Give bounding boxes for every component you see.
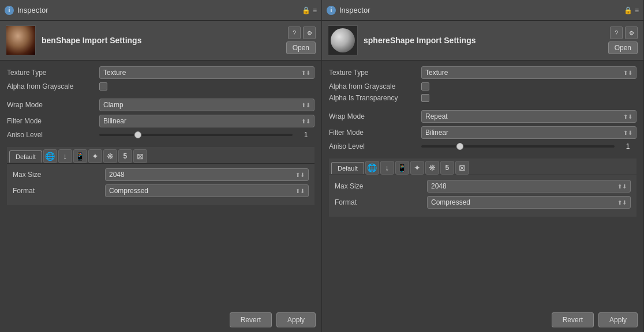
header-action-icons-2: ? ⚙ (610, 27, 638, 39)
alpha-grayscale-label-1: Alpha from Grayscale (7, 82, 99, 90)
texture-type-select-1[interactable]: Texture ⬆⬇ (99, 66, 314, 79)
menu-icon-1[interactable]: ≡ (313, 6, 317, 14)
filter-mode-select-1[interactable]: Bilinear ⬆⬇ (99, 115, 314, 127)
platform-content-1: Max Size 2048 ⬆⬇ Format Compressed ⬆⬇ (7, 164, 314, 205)
tab-default-2[interactable]: Default (331, 162, 364, 174)
tab-shield-2[interactable]: ⊠ (455, 161, 469, 175)
tab-globe-2[interactable]: 🌐 (365, 161, 379, 175)
max-size-row-1: Max Size 2048 ⬆⬇ (13, 168, 309, 181)
alpha-grayscale-row-2: Alpha from Grayscale (329, 82, 636, 90)
filter-mode-select-2[interactable]: Bilinear ⬆⬇ (421, 126, 636, 139)
filter-mode-row-2: Filter Mode Bilinear ⬆⬇ (329, 126, 636, 139)
filter-mode-label-1: Filter Mode (7, 117, 99, 125)
gear-icon-btn-1[interactable]: ⚙ (303, 27, 316, 39)
gear-icon-btn-2[interactable]: ⚙ (625, 27, 638, 39)
slider-track-2[interactable] (421, 145, 615, 148)
alpha-transparency-label-2: Alpha Is Transparency (329, 94, 421, 102)
thumb-sphere-image (331, 28, 355, 52)
question-icon-btn-1[interactable]: ? (288, 27, 301, 39)
tab-download-2[interactable]: ↓ (380, 161, 394, 175)
aniso-level-row-2: Aniso Level 1 (329, 142, 636, 150)
header-buttons-2: ? ⚙ Open (608, 27, 638, 54)
question-icon-btn-2[interactable]: ? (610, 27, 623, 39)
alpha-grayscale-label-2: Alpha from Grayscale (329, 82, 421, 90)
wrap-mode-select-1[interactable]: Clamp ⬆⬇ (99, 99, 314, 111)
slider-thumb-2[interactable] (456, 143, 463, 150)
tab-android-1[interactable]: ✦ (88, 149, 102, 163)
format-label-2: Format (335, 198, 427, 206)
apply-button-1[interactable]: Apply (276, 312, 316, 327)
filter-mode-label-2: Filter Mode (329, 129, 421, 137)
lock-icon-2[interactable]: 🔒 (624, 6, 632, 14)
aniso-value-2: 1 (619, 142, 636, 150)
info-icon-1: i (5, 6, 14, 15)
format-select-2[interactable]: Compressed ⬆⬇ (427, 196, 631, 209)
aniso-slider-2[interactable]: 1 (421, 142, 636, 150)
slider-track-1[interactable] (99, 134, 293, 136)
max-size-select-1[interactable]: 2048 ⬆⬇ (105, 168, 309, 181)
panel-2-header: sphereShape Import Settings ? ⚙ Open (322, 21, 643, 61)
alpha-transparency-checkbox-2[interactable] (421, 94, 429, 102)
info-icon-2: i (327, 6, 336, 15)
apply-button-2[interactable]: Apply (598, 312, 638, 327)
revert-button-1[interactable]: Revert (230, 312, 272, 327)
panel-1-title-icons: 🔒 ≡ (302, 6, 317, 14)
max-size-row-2: Max Size 2048 ⬆⬇ (335, 180, 631, 193)
alpha-grayscale-row-1: Alpha from Grayscale (7, 82, 314, 90)
tab-download-1[interactable]: ↓ (58, 149, 72, 163)
tab-default-1[interactable]: Default (9, 150, 42, 163)
tab-android-2[interactable]: ✦ (410, 161, 424, 175)
aniso-level-row-1: Aniso Level 1 (7, 131, 314, 139)
alpha-grayscale-checkbox-1[interactable] (99, 82, 107, 90)
alpha-grayscale-checkbox-2[interactable] (421, 82, 429, 90)
format-row-2: Format Compressed ⬆⬇ (335, 196, 631, 209)
platform-tabs-1: Default 🌐 ↓ 📱 ✦ ❋ 5 ⊠ (7, 147, 314, 164)
select-arrow: ⬆⬇ (301, 70, 310, 76)
aniso-slider-1[interactable]: 1 (99, 131, 314, 139)
wrap-mode-select-2[interactable]: Repeat ⬆⬇ (421, 110, 636, 123)
panel-1-title: Inspector (17, 6, 298, 14)
alpha-transparency-row-2: Alpha Is Transparency (329, 94, 636, 102)
thumb-face-image (6, 26, 35, 55)
texture-type-select-2[interactable]: Texture ⬆⬇ (421, 66, 636, 79)
panel-1-settings: Texture Type Texture ⬆⬇ Alpha from Grays… (0, 61, 321, 308)
lock-icon-1[interactable]: 🔒 (302, 6, 310, 14)
tab-html5-2[interactable]: 5 (440, 161, 454, 175)
tab-star-1[interactable]: ❋ (103, 149, 117, 163)
panel-1-header: benShape Import Settings ? ⚙ Open (0, 21, 321, 61)
format-label-1: Format (13, 187, 105, 195)
menu-icon-2[interactable]: ≡ (635, 6, 639, 14)
footer-buttons-1: Revert Apply (0, 308, 321, 332)
aniso-level-label-1: Aniso Level (7, 131, 99, 139)
tab-html5-1[interactable]: 5 (118, 149, 132, 163)
asset-title-1: benShape Import Settings (42, 36, 280, 45)
tab-phone-1[interactable]: 📱 (73, 149, 87, 163)
max-size-select-2[interactable]: 2048 ⬆⬇ (427, 180, 631, 193)
tab-star-2[interactable]: ❋ (425, 161, 439, 175)
platform-content-2: Max Size 2048 ⬆⬇ Format Compressed ⬆⬇ (329, 175, 636, 217)
open-button-2[interactable]: Open (608, 42, 638, 54)
wrap-mode-label-2: Wrap Mode (329, 112, 421, 120)
tab-globe-1[interactable]: 🌐 (43, 149, 57, 163)
format-row-1: Format Compressed ⬆⬇ (13, 184, 309, 197)
panel-1-title-bar: i Inspector 🔒 ≡ (0, 0, 321, 21)
panel-2-settings: Texture Type Texture ⬆⬇ Alpha from Grays… (322, 61, 643, 308)
slider-thumb-1[interactable] (134, 131, 141, 138)
texture-type-row-2: Texture Type Texture ⬆⬇ (329, 66, 636, 79)
asset-thumb-2 (328, 25, 358, 55)
header-action-icons-1: ? ⚙ (288, 27, 316, 39)
open-button-1[interactable]: Open (286, 42, 316, 54)
tab-phone-2[interactable]: 📱 (395, 161, 409, 175)
inspector-panel-1: i Inspector 🔒 ≡ benShape Import Settings… (0, 0, 322, 332)
platform-tabs-2: Default 🌐 ↓ 📱 ✦ ❋ 5 ⊠ (329, 159, 636, 175)
filter-mode-row-1: Filter Mode Bilinear ⬆⬇ (7, 115, 314, 127)
asset-title-2: sphereShape Import Settings (364, 36, 602, 45)
footer-buttons-2: Revert Apply (322, 308, 643, 332)
wrap-mode-row-1: Wrap Mode Clamp ⬆⬇ (7, 99, 314, 111)
tab-shield-1[interactable]: ⊠ (133, 149, 147, 163)
panel-2-title-icons: 🔒 ≡ (624, 6, 639, 14)
revert-button-2[interactable]: Revert (552, 312, 594, 327)
format-select-1[interactable]: Compressed ⬆⬇ (105, 184, 309, 197)
wrap-mode-row-2: Wrap Mode Repeat ⬆⬇ (329, 110, 636, 123)
texture-type-label-1: Texture Type (7, 69, 99, 77)
